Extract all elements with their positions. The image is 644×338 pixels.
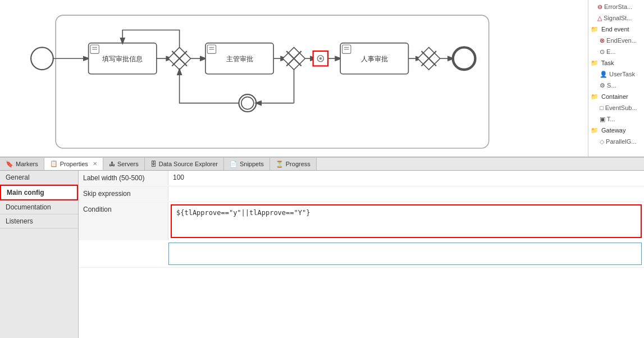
- right-panel-gateway-group: 📁 Gateway: [588, 125, 644, 136]
- sidebar-documentation[interactable]: Documentation: [0, 200, 78, 214]
- props-row-condition: Condition ${tlApprove=="y"||tlApprove=="…: [79, 202, 644, 268]
- close-icon[interactable]: ✕: [93, 161, 97, 167]
- tab-datasource[interactable]: 🗄 Data Source Explorer: [145, 158, 224, 170]
- svg-text:填写审批信息: 填写审批信息: [102, 55, 143, 63]
- condition-label: Condition: [79, 202, 168, 240]
- right-panel-t[interactable]: ▣ T...: [588, 113, 644, 125]
- right-panel-signalst[interactable]: △ SignalSt...: [588, 12, 644, 24]
- progress-icon: ⏳: [276, 161, 284, 168]
- right-panel-s[interactable]: ⚙ S...: [588, 80, 644, 91]
- sidebar-main-config[interactable]: Main config: [0, 185, 78, 200]
- tab-servers[interactable]: 🖧 Servers: [103, 158, 145, 170]
- diagram-area: 填写审批信息 主管审批: [0, 0, 644, 157]
- extra-input-area[interactable]: [168, 243, 642, 265]
- prop-icon: 📋: [50, 160, 58, 167]
- right-panel-errorsta[interactable]: ⊖ ErrorSta...: [588, 1, 644, 12]
- props-row-skip: Skip expression: [79, 186, 644, 202]
- right-panel-end-event-group: 📁 End event: [588, 24, 644, 35]
- skip-value[interactable]: [168, 186, 644, 192]
- tab-properties[interactable]: 📋 Properties ✕: [44, 158, 103, 170]
- right-panel-task-group: 📁 Task: [588, 57, 644, 68]
- props-content: Label width (50-500) 100 Skip expression…: [79, 171, 644, 338]
- sidebar-general[interactable]: General: [0, 171, 78, 185]
- svg-point-1: [31, 47, 53, 70]
- server-icon: 🖧: [109, 161, 115, 167]
- snippet-icon: 📄: [230, 161, 237, 168]
- condition-area: ${tlApprove=="y"||tlApprove=="Y"}: [168, 202, 644, 240]
- tabs-bar: 🔖 Markers 📋 Properties ✕ 🖧 Servers 🗄 Dat…: [0, 157, 644, 171]
- tab-markers[interactable]: 🔖 Markers: [0, 158, 44, 170]
- right-panel-eventsub[interactable]: □ EventSub...: [588, 102, 644, 113]
- props-row-label-width: Label width (50-500) 100: [79, 171, 644, 186]
- tab-progress[interactable]: ⏳ Progress: [270, 158, 317, 170]
- svg-rect-0: [56, 15, 488, 148]
- properties-panel: General Main config Documentation Listen…: [0, 171, 644, 338]
- marker-icon: 🔖: [6, 161, 13, 168]
- right-panel-parallelg[interactable]: ◇ ParallelG...: [588, 136, 644, 147]
- right-panel: ⊖ ErrorSta... △ SignalSt... 📁 End event …: [588, 0, 644, 157]
- sidebar-listeners[interactable]: Listeners: [0, 214, 78, 229]
- props-sidebar: General Main config Documentation Listen…: [0, 171, 79, 338]
- right-panel-endeven[interactable]: ⊗ EndEven...: [588, 35, 644, 46]
- tab-snippets[interactable]: 📄 Snippets: [224, 158, 270, 170]
- right-panel-e[interactable]: ⊙ E...: [588, 46, 644, 57]
- svg-point-25: [319, 57, 322, 60]
- diagram-canvas[interactable]: 填写审批信息 主管审批: [0, 0, 588, 157]
- svg-point-37: [453, 47, 476, 70]
- svg-text:主管审批: 主管审批: [226, 55, 253, 63]
- label-width-value[interactable]: 100: [168, 171, 644, 184]
- datasource-icon: 🗄: [150, 161, 157, 167]
- label-width-label: Label width (50-500): [79, 171, 168, 185]
- condition-input[interactable]: ${tlApprove=="y"||tlApprove=="Y"}: [171, 204, 642, 238]
- skip-label: Skip expression: [79, 186, 168, 201]
- right-panel-usertask[interactable]: 👤 UserTask: [588, 68, 644, 80]
- svg-text:人事审批: 人事审批: [361, 55, 388, 63]
- right-panel-container-group: 📁 Container: [588, 91, 644, 102]
